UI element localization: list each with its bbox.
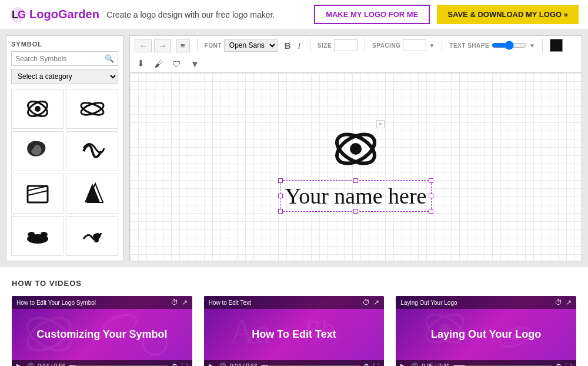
spacing-group: SPACING 0 ▼ [372, 39, 435, 51]
handle-tm[interactable] [353, 178, 358, 183]
svg-marker-11 [85, 184, 100, 202]
video-1-settings-btn[interactable]: ⚙ [172, 362, 178, 366]
save-download-button[interactable]: SAVE & DOWNLOAD MY LOGO » [437, 5, 579, 24]
shield-icon-btn[interactable]: 🛡 [170, 58, 183, 70]
editor-area: SYMBOL 🔍 Select a category [0, 29, 588, 267]
video-2-play-btn[interactable]: ▶ [209, 362, 215, 366]
size-input[interactable]: 48 [334, 39, 358, 51]
video-2-main-title: How To Edit Text [246, 328, 342, 341]
symbol-cell-1[interactable] [11, 89, 64, 129]
clock-icon-3: ⏱ [555, 298, 562, 307]
videos-grid: How to Edit Your Logo Symbol ⏱ ↗ Customi… [12, 296, 576, 366]
divider-2 [310, 38, 310, 52]
video-2-topbar: How to Edit Text ⏱ ↗ [204, 296, 385, 309]
header-tagline: Create a logo design with our free logo … [106, 10, 307, 19]
video-1-time: 0:04 / 0:56 [38, 363, 65, 366]
category-select[interactable]: Select a category [11, 69, 118, 84]
search-icon: 🔍 [105, 54, 114, 63]
symbol-cell-5[interactable] [11, 174, 64, 214]
spacing-label: SPACING [372, 42, 400, 49]
symbol-container[interactable]: ✕ [329, 122, 382, 178]
video-2-fullscreen-btn[interactable]: ⛶ [373, 363, 379, 367]
video-1-volume-btn[interactable]: 🔊 [26, 362, 34, 366]
video-2-bottombar: ▶ 🔊 0:04 / 0:56 ⚙ ⛶ [204, 360, 385, 366]
video-2-top-title: How to Edit Text [209, 300, 251, 306]
video-3-icons: ⏱ ↗ [555, 298, 572, 307]
handle-lm[interactable] [278, 194, 283, 198]
symbol-cell-3[interactable] [11, 131, 64, 171]
share-icon-3: ↗ [566, 298, 572, 307]
video-3-main-title: Laying Out Your Logo [425, 328, 547, 341]
video-3-settings-btn[interactable]: ⚙ [556, 362, 562, 366]
video-2-time: 0:04 / 0:56 [230, 363, 258, 366]
share-icon: ↗ [182, 298, 188, 307]
video-2-icons: ⏱ ↗ [363, 298, 379, 307]
video-3-topbar: Laying Out Your Logo ⏱ ↗ [396, 296, 576, 309]
canvas-text[interactable]: Your name here [285, 184, 427, 208]
video-3-volume-btn[interactable]: 🔊 [410, 362, 418, 366]
text-shape-group: TEXT SHAPE ▼ [449, 41, 535, 50]
more-options-btn[interactable]: ▼ [188, 58, 202, 70]
logo-area: L G LogoGarden [9, 6, 99, 23]
search-input[interactable] [15, 55, 105, 63]
divider-5 [542, 38, 543, 52]
symbol-cell-4[interactable] [66, 131, 118, 171]
handle-tr[interactable] [429, 178, 433, 183]
video-1-play-btn[interactable]: ▶ [16, 362, 22, 366]
canvas-wrapper: ✕ Your name here [129, 72, 582, 261]
spacing-input[interactable]: 0 [403, 39, 426, 51]
video-1-fullscreen-btn[interactable]: ⛶ [181, 363, 188, 367]
symbol-cell-6[interactable] [66, 174, 118, 214]
logo-garden-icon: L G [9, 6, 26, 23]
text-shape-slider-container: ▼ [492, 41, 535, 50]
undo-button[interactable]: ← [135, 39, 152, 52]
video-3-top-title: Laying Out Your Logo [400, 300, 457, 306]
video-3-fullscreen-btn[interactable]: ⛶ [565, 363, 572, 367]
video-3-controls: ⚙ ⛶ [556, 362, 572, 366]
video-1-topbar: How to Edit Your Logo Symbol ⏱ ↗ [12, 296, 192, 309]
videos-title: HOW TO VIDEOS [12, 279, 576, 288]
download-icon-btn[interactable]: ⬇ [135, 57, 147, 70]
symbol-cell-7[interactable] [11, 216, 64, 256]
font-select[interactable]: Open Sans [224, 39, 278, 52]
handle-rm[interactable] [429, 194, 433, 198]
handle-br[interactable] [429, 209, 433, 214]
video-1-controls: ⚙ ⛶ [172, 362, 188, 366]
search-box: 🔍 [11, 51, 118, 66]
symbol-delete-handle[interactable]: ✕ [376, 120, 385, 128]
text-shape-label: TEXT SHAPE [449, 42, 489, 49]
text-shape-slider[interactable] [492, 41, 527, 50]
share-icon-2: ↗ [373, 298, 379, 307]
video-3-center: Laying Out Your Logo [396, 309, 576, 360]
make-logo-button[interactable]: MAKE MY LOGO FOR ME [314, 5, 430, 24]
clock-icon-2: ⏱ [363, 298, 370, 307]
video-3-bottombar: ▶ 🔊 0:05 / 0:41 ⚙ ⛶ [396, 360, 576, 366]
italic-button[interactable]: I [296, 39, 303, 52]
video-1-top-title: How to Edit Your Logo Symbol [16, 300, 96, 306]
video-card-3[interactable]: Laying Out Your Logo ⏱ ↗ Laying Out Your… [396, 296, 576, 366]
video-2-volume-btn[interactable]: 🔊 [218, 362, 226, 366]
bold-button[interactable]: B [282, 39, 293, 52]
text-selection[interactable]: Your name here [280, 180, 432, 212]
handle-tl[interactable] [278, 178, 283, 183]
symbol-cell-2[interactable] [66, 89, 118, 129]
color-swatch[interactable] [550, 39, 563, 52]
handle-bm[interactable] [353, 209, 358, 214]
video-card-1[interactable]: How to Edit Your Logo Symbol ⏱ ↗ Customi… [12, 296, 192, 366]
redo-button[interactable]: → [154, 39, 171, 52]
svg-point-5 [35, 106, 41, 112]
text-align-button[interactable]: ≡ [176, 39, 190, 52]
handle-bl[interactable] [278, 209, 283, 214]
video-card-2[interactable]: Aa Bb How to Edit Text ⏱ ↗ How To Edit T… [204, 296, 385, 366]
symbol-panel-title: SYMBOL [11, 41, 118, 48]
canvas-content: ✕ Your name here [130, 73, 582, 261]
divider-4 [442, 38, 442, 52]
svg-point-19 [350, 143, 362, 155]
video-2-controls: ⚙ ⛶ [363, 362, 379, 366]
video-2-settings-btn[interactable]: ⚙ [363, 362, 369, 366]
video-3-play-btn[interactable]: ▶ [400, 362, 406, 366]
symbol-cell-8[interactable] [66, 216, 118, 256]
video-1-center: Customizing Your Symbol [12, 309, 192, 360]
video-1-main-title: Customizing Your Symbol [31, 328, 173, 341]
paint-brush-btn[interactable]: 🖌 [152, 58, 165, 70]
